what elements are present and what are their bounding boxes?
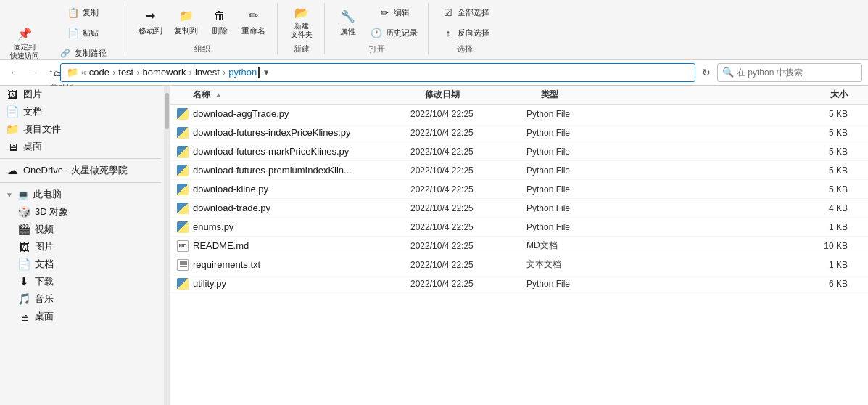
sidebar-item-downloads[interactable]: ⬇ 下载 bbox=[0, 273, 161, 290]
sidebar-item-documents2[interactable]: 📄 文档 bbox=[0, 255, 161, 273]
up-button[interactable]: ↑ bbox=[45, 65, 57, 79]
edit-button[interactable]: ✏ 编辑 bbox=[365, 3, 421, 22]
select-label: 选择 bbox=[457, 44, 473, 54]
md-file-icon: MD bbox=[177, 240, 189, 252]
table-row[interactable]: requirements.txt 2022/10/4 22:25 文本文档 1 … bbox=[170, 255, 868, 274]
breadcrumb-invest[interactable]: invest bbox=[195, 67, 220, 78]
column-header-type[interactable]: 类型 bbox=[541, 89, 635, 101]
paste-button[interactable]: 📄 粘贴 bbox=[46, 23, 117, 42]
table-row[interactable]: download-kline.py 2022/10/4 22:25 Python… bbox=[170, 180, 868, 199]
breadcrumb-python[interactable]: python bbox=[228, 67, 257, 78]
breadcrumb-code[interactable]: code bbox=[89, 67, 109, 78]
file-date-cell: 2022/10/4 22:25 bbox=[410, 203, 526, 213]
sidebar-item-videos[interactable]: 🎬 视频 bbox=[0, 221, 161, 238]
file-size-cell: 5 KB bbox=[621, 184, 862, 195]
copy-path-label: 复制路径 bbox=[75, 48, 107, 59]
copy-to-button[interactable]: 📁 复制到 bbox=[170, 3, 202, 41]
paste-icon: 📄 bbox=[65, 25, 81, 41]
sidebar-item-project-files[interactable]: 📁 项目文件 bbox=[0, 120, 161, 138]
column-header-date[interactable]: 修改日期 bbox=[425, 89, 541, 101]
delete-icon: 🗑 bbox=[212, 8, 228, 24]
file-size-cell: 1 KB bbox=[621, 222, 862, 232]
pin-label: 固定到快速访问 bbox=[10, 43, 39, 60]
sidebar-item-onedrive[interactable]: ☁ OneDrive - 火星做死學院 bbox=[0, 162, 161, 179]
copy-button[interactable]: 📋 复制 bbox=[46, 3, 117, 22]
column-header-size[interactable]: 大小 bbox=[635, 89, 862, 101]
table-row[interactable]: download-futures-markPriceKlines.py 2022… bbox=[170, 142, 868, 161]
file-icon-cell bbox=[176, 126, 189, 139]
forward-button[interactable]: → bbox=[25, 65, 42, 79]
sidebar-item-music[interactable]: 🎵 音乐 bbox=[0, 290, 161, 308]
file-icon-cell bbox=[176, 145, 189, 158]
copy-to-icon: 📁 bbox=[178, 8, 194, 24]
file-size-cell: 6 KB bbox=[621, 279, 862, 289]
path-icon: 📁 bbox=[67, 67, 78, 78]
move-to-button[interactable]: ➡ 移动到 bbox=[134, 3, 167, 41]
desktop-icon: 🖥 bbox=[6, 140, 19, 153]
delete-button[interactable]: 🗑 删除 bbox=[205, 3, 234, 41]
sidebar-item-pictures[interactable]: 🖼 图片 bbox=[0, 86, 161, 103]
column-header-name[interactable]: 名称 ▲ bbox=[193, 89, 425, 101]
refresh-button[interactable]: ↻ bbox=[698, 65, 714, 80]
table-row[interactable]: download-futures-indexPriceKlines.py 202… bbox=[170, 123, 868, 142]
toolbar-group-new: 📂 新建文件夹 新建 bbox=[286, 3, 325, 54]
pin-button[interactable]: 📌 固定到快速访问 bbox=[6, 24, 44, 62]
sidebar-item-3d-objects[interactable]: 🎲 3D 对象 bbox=[0, 203, 161, 221]
file-name-cell: download-futures-markPriceKlines.py bbox=[193, 146, 410, 157]
file-icon-cell bbox=[176, 107, 189, 120]
file-name-cell: README.md bbox=[193, 240, 410, 251]
table-row[interactable]: download-trade.py 2022/10/4 22:25 Python… bbox=[170, 199, 868, 218]
history-button[interactable]: 🕐 历史记录 bbox=[365, 23, 421, 42]
select-all-icon: ☑ bbox=[440, 4, 456, 20]
search-box[interactable]: 🔍 bbox=[717, 63, 862, 82]
table-row[interactable]: MD README.md 2022/10/4 22:25 MD文档 10 KB bbox=[170, 237, 868, 255]
address-path[interactable]: 📁 « code › test › homework › invest › py… bbox=[60, 63, 696, 82]
properties-label: 属性 bbox=[340, 26, 356, 37]
search-input[interactable] bbox=[737, 68, 846, 78]
table-row[interactable]: utility.py 2022/10/4 22:25 Python File 6… bbox=[170, 274, 868, 293]
file-size-cell: 1 KB bbox=[621, 260, 862, 270]
onedrive-icon: ☁ bbox=[6, 164, 19, 177]
desktop2-icon: 🖥 bbox=[17, 310, 30, 323]
sidebar-item-this-pc[interactable]: ▼ 💻 此电脑 bbox=[0, 186, 161, 203]
sidebar-scroll-thumb[interactable] bbox=[165, 93, 169, 129]
properties-button[interactable]: 🔧 属性 bbox=[334, 4, 363, 41]
table-row[interactable]: enums.py 2022/10/4 22:25 Python File 1 K… bbox=[170, 218, 868, 237]
file-icon-cell: MD bbox=[176, 240, 189, 253]
reverse-select-button[interactable]: ↕ 反向选择 bbox=[437, 23, 492, 42]
path-dropdown[interactable]: ▾ bbox=[264, 67, 269, 78]
table-row[interactable]: download-futures-premiumIndexKlin... 202… bbox=[170, 161, 868, 180]
table-row[interactable]: download-aggTrade.py 2022/10/4 22:25 Pyt… bbox=[170, 105, 868, 123]
file-icon-cell bbox=[176, 164, 189, 177]
sidebar-item-label: OneDrive - 火星做死學院 bbox=[23, 164, 155, 177]
file-name-cell: download-trade.py bbox=[193, 202, 410, 213]
delete-label: 删除 bbox=[212, 25, 228, 36]
new-folder-button[interactable]: 📂 新建文件夹 bbox=[286, 3, 317, 41]
toolbar-new-row: 📂 新建文件夹 bbox=[286, 3, 317, 41]
open-label: 打开 bbox=[369, 44, 385, 54]
file-name-cell: requirements.txt bbox=[193, 259, 410, 270]
reverse-select-icon: ↕ bbox=[440, 25, 456, 41]
new-label: 新建 bbox=[294, 44, 310, 54]
file-type-cell: 文本文档 bbox=[526, 258, 621, 271]
file-icon-cell bbox=[176, 183, 189, 196]
toolbar: 📌 固定到快速访问 📋 复制 📄 粘贴 🔗 复制路径 🗂 粘 bbox=[0, 0, 868, 60]
music-icon: 🎵 bbox=[17, 292, 30, 306]
breadcrumb-test[interactable]: test bbox=[118, 67, 133, 78]
sidebar-scrollbar[interactable] bbox=[164, 86, 170, 405]
sidebar-item-desktop[interactable]: 🖥 桌面 bbox=[0, 138, 161, 155]
back-button[interactable]: ← bbox=[6, 65, 22, 79]
breadcrumb-homework[interactable]: homework bbox=[143, 67, 186, 78]
sidebar-item-desktop2[interactable]: 🖥 桌面 bbox=[0, 308, 161, 325]
rename-button[interactable]: ✏ 重命名 bbox=[237, 3, 270, 41]
address-bar: ← → ↑ 📁 « code › test › homework › inves… bbox=[0, 60, 868, 86]
copy-path-button[interactable]: 🔗 复制路径 bbox=[46, 44, 117, 62]
sidebar-item-pictures2[interactable]: 🖼 图片 bbox=[0, 238, 161, 255]
select-all-button[interactable]: ☑ 全部选择 bbox=[437, 3, 492, 22]
python-file-icon bbox=[177, 127, 189, 139]
sidebar-divider-2 bbox=[0, 182, 161, 183]
move-to-icon: ➡ bbox=[143, 8, 159, 24]
sidebar-item-label: 3D 对象 bbox=[35, 205, 155, 218]
sidebar-item-documents[interactable]: 📄 文档 bbox=[0, 103, 161, 120]
sort-arrow: ▲ bbox=[215, 91, 222, 99]
